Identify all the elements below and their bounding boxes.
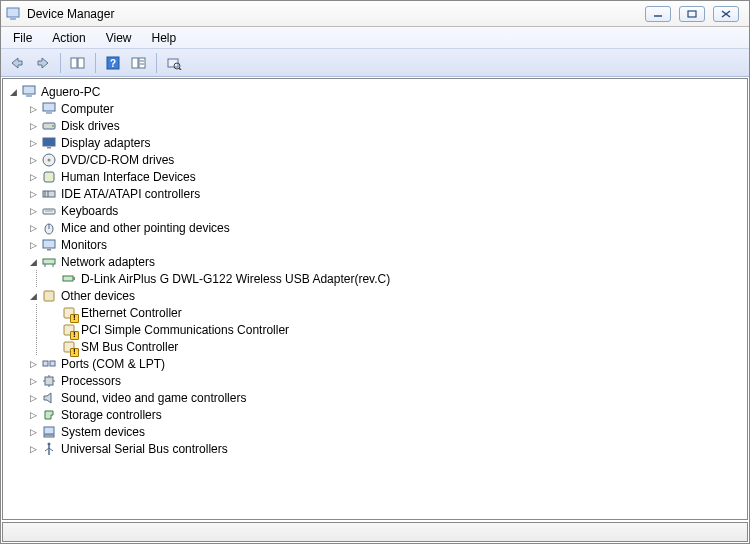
- expand-icon[interactable]: ▷: [27, 375, 39, 387]
- menu-action[interactable]: Action: [44, 29, 93, 47]
- device-tree[interactable]: ◢Aguero-PC▷Computer▷Disk drives▷Display …: [2, 78, 748, 520]
- svg-rect-54: [44, 427, 54, 434]
- tree-node[interactable]: ▷IDE ATA/ATAPI controllers: [27, 185, 747, 202]
- tree-node[interactable]: ▷DVD/CD-ROM drives: [27, 151, 747, 168]
- expand-icon[interactable]: ▷: [27, 426, 39, 438]
- tree-node[interactable]: ▷Storage controllers: [27, 406, 747, 423]
- tree-node-label: Processors: [61, 374, 121, 388]
- ports-icon: [41, 356, 57, 372]
- app-icon: [5, 6, 21, 22]
- expand-icon[interactable]: ▷: [27, 443, 39, 455]
- tree-node[interactable]: SM Bus Controller: [47, 338, 747, 355]
- minimize-button[interactable]: [645, 6, 671, 22]
- tree-node[interactable]: ▷Disk drives: [27, 117, 747, 134]
- tree-root-node[interactable]: ◢Aguero-PC: [7, 83, 747, 100]
- collapse-icon[interactable]: ◢: [7, 86, 19, 98]
- menu-file[interactable]: File: [5, 29, 40, 47]
- other-icon: [41, 288, 57, 304]
- back-button[interactable]: [5, 52, 29, 74]
- tree-node[interactable]: ▷Computer: [27, 100, 747, 117]
- expand-icon[interactable]: ▷: [27, 188, 39, 200]
- system-icon: [41, 424, 57, 440]
- status-bar: [2, 522, 748, 542]
- toolbar-separator: [156, 53, 157, 73]
- expand-icon[interactable]: ▷: [27, 120, 39, 132]
- collapse-icon[interactable]: ◢: [27, 290, 39, 302]
- menu-help[interactable]: Help: [144, 29, 185, 47]
- tree-node-label: SM Bus Controller: [81, 340, 178, 354]
- svg-rect-40: [63, 276, 73, 281]
- expand-icon[interactable]: ▷: [27, 137, 39, 149]
- expand-icon[interactable]: ▷: [27, 222, 39, 234]
- tree-node[interactable]: ▷Human Interface Devices: [27, 168, 747, 185]
- svg-rect-37: [43, 259, 55, 264]
- disk-icon: [41, 118, 57, 134]
- tree-node[interactable]: ▷Monitors: [27, 236, 747, 253]
- display-icon: [41, 135, 57, 151]
- tree-node[interactable]: ▷Processors: [27, 372, 747, 389]
- expand-icon[interactable]: ▷: [27, 239, 39, 251]
- tree-node-label: Storage controllers: [61, 408, 162, 422]
- expand-icon[interactable]: ▷: [27, 409, 39, 421]
- svg-rect-24: [47, 147, 51, 149]
- usb-icon: [41, 441, 57, 457]
- svg-rect-36: [47, 249, 51, 251]
- toolbar-separator: [95, 53, 96, 73]
- expand-icon[interactable]: ▷: [27, 358, 39, 370]
- tree-node[interactable]: ▷Ports (COM & LPT): [27, 355, 747, 372]
- svg-rect-11: [139, 58, 145, 68]
- menu-view[interactable]: View: [98, 29, 140, 47]
- help-button[interactable]: ?: [101, 52, 125, 74]
- collapse-icon[interactable]: ◢: [27, 256, 39, 268]
- scan-hardware-button[interactable]: [162, 52, 186, 74]
- tree-node-label: Ports (COM & LPT): [61, 357, 165, 371]
- tree-node[interactable]: D-Link AirPlus G DWL-G122 Wireless USB A…: [47, 270, 747, 287]
- tree-node-label: Mice and other pointing devices: [61, 221, 230, 235]
- tree-node[interactable]: ▷Universal Serial Bus controllers: [27, 440, 747, 457]
- svg-rect-35: [43, 240, 55, 248]
- expand-icon[interactable]: ▷: [27, 154, 39, 166]
- svg-point-57: [48, 442, 51, 445]
- tree-node[interactable]: PCI Simple Communications Controller: [47, 321, 747, 338]
- tree-node-label: IDE ATA/ATAPI controllers: [61, 187, 200, 201]
- tree-node[interactable]: Ethernet Controller: [47, 304, 747, 321]
- tree-node[interactable]: ▷Mice and other pointing devices: [27, 219, 747, 236]
- svg-rect-41: [73, 277, 75, 280]
- svg-line-16: [179, 68, 181, 70]
- maximize-button[interactable]: [679, 6, 705, 22]
- svg-point-22: [52, 125, 54, 127]
- tree-node[interactable]: ▷System devices: [27, 423, 747, 440]
- tree-node[interactable]: ▷Keyboards: [27, 202, 747, 219]
- tree-node[interactable]: ◢Other devices: [27, 287, 747, 304]
- properties-button[interactable]: [127, 52, 151, 74]
- tree-node[interactable]: ▷Sound, video and game controllers: [27, 389, 747, 406]
- window-title: Device Manager: [27, 7, 645, 21]
- svg-rect-17: [23, 86, 35, 94]
- tree-node[interactable]: ◢Network adapters: [27, 253, 747, 270]
- toolbar-separator: [60, 53, 61, 73]
- tree-node[interactable]: ▷Display adapters: [27, 134, 747, 151]
- expand-icon[interactable]: ▷: [27, 392, 39, 404]
- close-button[interactable]: [713, 6, 739, 22]
- svg-rect-6: [71, 58, 77, 68]
- unknown-icon: [61, 322, 77, 338]
- tree-node-label: System devices: [61, 425, 145, 439]
- forward-button[interactable]: [31, 52, 55, 74]
- tree-node-label: Computer: [61, 102, 114, 116]
- expand-icon[interactable]: ▷: [27, 205, 39, 217]
- svg-rect-20: [46, 112, 52, 114]
- show-hide-console-button[interactable]: [66, 52, 90, 74]
- sound-icon: [41, 390, 57, 406]
- tree-node-label: Disk drives: [61, 119, 120, 133]
- menubar: File Action View Help: [1, 27, 749, 49]
- tree-node-label: Display adapters: [61, 136, 150, 150]
- ide-icon: [41, 186, 57, 202]
- expand-icon[interactable]: ▷: [27, 103, 39, 115]
- tree-node-label: Ethernet Controller: [81, 306, 182, 320]
- svg-rect-18: [26, 95, 32, 97]
- svg-rect-27: [44, 172, 54, 182]
- adapter-icon: [61, 271, 77, 287]
- expand-icon[interactable]: ▷: [27, 171, 39, 183]
- storage-icon: [41, 407, 57, 423]
- computer-icon: [41, 101, 57, 117]
